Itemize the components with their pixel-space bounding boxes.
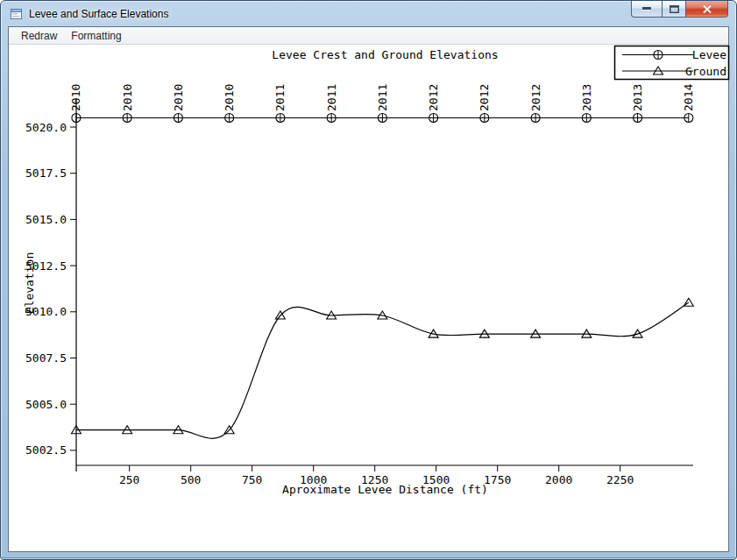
year-label: 2012 — [427, 84, 440, 111]
legend: LeveeGround — [615, 46, 729, 80]
titlebar[interactable]: Levee and Surface Elevations — [1, 1, 736, 26]
legend-label: Ground — [685, 65, 726, 78]
x-tick-label: 500 — [181, 473, 201, 486]
x-tick-label: 1750 — [484, 473, 511, 486]
year-label: 2013 — [580, 84, 593, 111]
client-area: Redraw Formatting Levee Crest and Ground… — [8, 26, 729, 552]
y-tick-label: 5010.0 — [25, 305, 67, 318]
year-label: 2011 — [325, 84, 338, 111]
close-button[interactable] — [686, 1, 728, 18]
maximize-button[interactable] — [662, 1, 686, 18]
ground-line — [76, 302, 689, 438]
menu-item-redraw[interactable]: Redraw — [14, 28, 64, 44]
app-window: Levee and Surface Elevations Redraw Form… — [0, 0, 737, 560]
year-label: 2013 — [631, 84, 644, 111]
y-tick-label: 5002.5 — [25, 443, 67, 457]
chart-canvas: 5002.55005.05007.55010.05012.55015.05017… — [9, 45, 730, 553]
x-tick-label: 1500 — [422, 473, 450, 486]
year-label: 2014 — [682, 84, 695, 111]
year-label: 2010 — [121, 84, 134, 111]
window-title: Levee and Surface Elevations — [29, 8, 168, 20]
x-tick-label: 1000 — [300, 473, 327, 486]
year-label: 2011 — [273, 84, 287, 111]
y-tick-label: 5020.0 — [25, 121, 67, 134]
y-tick-label: 5007.5 — [25, 351, 67, 365]
app-icon — [10, 7, 24, 21]
x-tick-label: 750 — [242, 473, 262, 486]
legend-label: Levee — [692, 48, 726, 61]
chart-region: Levee Crest and Ground Elevations Elevat… — [9, 45, 728, 551]
x-tick-label: 2250 — [606, 473, 634, 486]
maximize-icon — [670, 5, 679, 13]
levee-series — [72, 113, 693, 122]
x-tick-label: 2000 — [545, 473, 572, 486]
y-tick-label: 5017.5 — [25, 167, 67, 180]
menu-item-formatting[interactable]: Formatting — [64, 28, 128, 44]
ground-series — [71, 298, 693, 438]
x-tick-label: 250 — [119, 473, 139, 486]
minimize-button[interactable] — [631, 1, 662, 18]
window-controls — [631, 1, 728, 18]
year-label: 2012 — [478, 84, 491, 111]
year-label: 2010 — [69, 84, 82, 111]
year-label: 2010 — [223, 84, 236, 111]
x-tick-label: 1250 — [361, 473, 388, 486]
year-label: 2011 — [376, 84, 389, 111]
year-labels: 2010201020102010201120112011201220122012… — [69, 84, 695, 111]
y-axis: 5002.55005.05007.55010.05012.55015.05017… — [25, 99, 76, 471]
close-icon — [703, 5, 712, 13]
y-tick-label: 5012.5 — [25, 259, 67, 273]
y-tick-label: 5015.0 — [25, 213, 67, 226]
x-axis: 250500750100012501500175020002250 — [76, 465, 693, 486]
y-tick-label: 5005.0 — [25, 398, 67, 411]
minimize-icon — [642, 7, 651, 11]
menu-bar: Redraw Formatting — [9, 27, 728, 45]
year-label: 2010 — [172, 84, 185, 111]
year-label: 2012 — [529, 84, 542, 111]
